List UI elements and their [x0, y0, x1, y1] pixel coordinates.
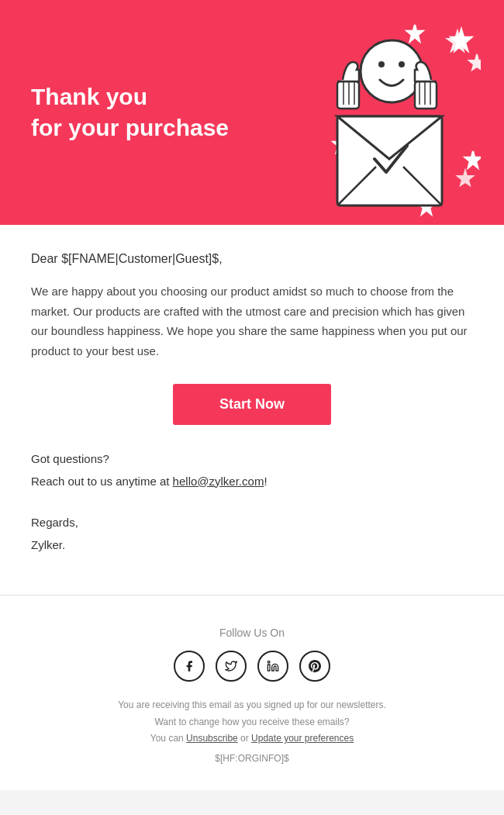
footer-notice: You are receiving this email as you sign…: [31, 697, 473, 767]
svg-rect-10: [337, 81, 359, 109]
regards-section: Regards, Zylker.: [31, 512, 473, 556]
svg-point-14: [361, 40, 423, 102]
header-title-line1: Thank you: [31, 84, 147, 109]
svg-point-22: [268, 661, 270, 663]
header-section: Thank you for your purchase: [0, 0, 504, 225]
org-info: $[HF:ORGINFO]$: [31, 751, 473, 768]
linkedin-icon[interactable]: [257, 651, 288, 682]
follow-us-label: Follow Us On: [31, 627, 473, 639]
footer-notice-line3: You can Unsubscribe or Update your prefe…: [31, 730, 473, 748]
svg-marker-5: [469, 54, 481, 70]
twitter-icon[interactable]: [216, 651, 247, 682]
svg-point-15: [378, 61, 385, 67]
body-content: Dear $[FNAME|Customer|Guest]$, We are ha…: [0, 225, 504, 579]
svg-point-16: [399, 61, 405, 67]
svg-marker-4: [457, 171, 473, 185]
button-wrapper: Start Now: [31, 384, 473, 425]
email-container: Thank you for your purchase: [0, 0, 504, 790]
start-now-button[interactable]: Start Now: [173, 384, 331, 425]
email-link[interactable]: hello@zylker.com: [173, 475, 264, 488]
header-title-line2: for your purchase: [31, 115, 229, 140]
header-illustration: [264, 16, 481, 217]
unsubscribe-link[interactable]: Unsubscribe: [186, 733, 238, 744]
regards-line2: Zylker.: [31, 534, 473, 557]
body-paragraph: We are happy about you choosing our prod…: [31, 281, 473, 361]
questions-line1: Got questions?: [31, 448, 473, 471]
pinterest-icon[interactable]: [299, 651, 330, 682]
social-icons-row: [31, 651, 473, 682]
update-preferences-link[interactable]: Update your preferences: [251, 733, 354, 744]
svg-rect-21: [268, 665, 270, 671]
footer-section: Follow Us On: [0, 611, 504, 790]
svg-rect-17: [415, 81, 437, 109]
questions-section: Got questions? Reach out to us anytime a…: [31, 448, 473, 492]
footer-notice-line2: Want to change how you receive these ema…: [31, 714, 473, 731]
greeting-text: Dear $[FNAME|Customer|Guest]$,: [31, 252, 473, 266]
facebook-icon[interactable]: [174, 651, 205, 682]
regards-line1: Regards,: [31, 512, 473, 534]
footer-notice-line1: You are receiving this email as you sign…: [31, 697, 473, 714]
header-title: Thank you for your purchase: [31, 81, 229, 144]
questions-line2: Reach out to us anytime at hello@zylker.…: [31, 471, 473, 493]
section-divider: [0, 595, 504, 596]
